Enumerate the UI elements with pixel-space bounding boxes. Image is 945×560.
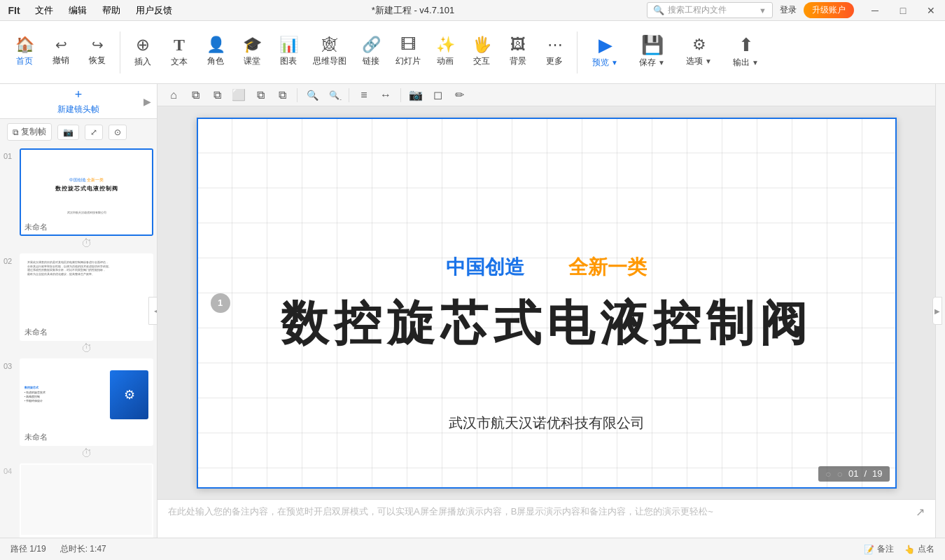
slide-thumb-2[interactable]: 开展此次调查的目的是对某地区的电液控制阀设备进行全面评估， 分析其运行效率和安全… xyxy=(20,253,153,341)
toolbar-role[interactable]: 👤 角色 xyxy=(198,28,233,77)
search-dropdown-icon[interactable]: ▼ xyxy=(759,6,766,15)
slide-thumb-4[interactable] xyxy=(20,463,153,538)
panel-collapse-button[interactable]: ◀ xyxy=(148,297,158,325)
title-bar: FIt 文件 编辑 帮助 用户反馈 *新建工程 - v4.7.101 🔍 搜索工… xyxy=(0,0,945,21)
zoom-in-btn[interactable]: 🔍 xyxy=(303,86,321,104)
slide-item-3: 03 数控旋芯式 • 先进的旋芯技术 • 高精度控制 • 节能环保设计 ⚙ xyxy=(4,358,153,446)
new-slide-expand-icon[interactable]: ▶ xyxy=(144,96,151,107)
status-notes[interactable]: 📝 备注 xyxy=(864,543,894,555)
toolbar-interact[interactable]: 🖐 交互 xyxy=(464,28,499,77)
canvas-frame-btn[interactable]: ⬜ xyxy=(230,86,248,104)
toolbar-chart-label: 图表 xyxy=(280,55,297,67)
copy-frame-button[interactable]: ⧉ 复制帧 xyxy=(7,123,52,141)
toolbar-slides[interactable]: 🎞 幻灯片 xyxy=(390,28,426,77)
toolbar-preview-label: 预览 xyxy=(592,57,609,69)
toolbar-slides-label: 幻灯片 xyxy=(396,55,421,67)
menu-feedback[interactable]: 用户反馈 xyxy=(129,1,179,20)
toolbar-preview[interactable]: ▶ 预览 ▼ xyxy=(582,28,628,77)
new-slide-button[interactable]: + 新建镜头帧 xyxy=(57,88,99,115)
canvas-select-btn[interactable]: ⧉ xyxy=(251,86,270,104)
toolbar-undo[interactable]: ↩ 撤销 xyxy=(43,28,78,77)
menu-edit[interactable]: 编辑 xyxy=(62,1,94,20)
canvas-tb-divider-1 xyxy=(297,88,298,102)
canvas-paste-btn[interactable]: ⧉ xyxy=(208,86,226,104)
slide-timer-icon-2: ⏱ xyxy=(81,342,92,354)
toolbar-animation[interactable]: ✨ 动画 xyxy=(428,28,463,77)
toolbar-mindmap[interactable]: 🕸 思维导图 xyxy=(307,28,352,77)
toolbar-more[interactable]: ⋯ 更多 xyxy=(537,28,572,77)
morph-button[interactable]: ⊙ xyxy=(108,125,127,140)
notes-placeholder-text[interactable]: 在此处输入您的备注内容，在预览时开启双屏模式，可以实现A屏全屏播放演示内容，B屏… xyxy=(168,505,916,518)
toolbar-redo[interactable]: ↪ 恢复 xyxy=(80,28,115,77)
toolbar-background[interactable]: 🖼 背景 xyxy=(500,28,536,77)
notes-label: 备注 xyxy=(877,543,894,555)
main-canvas[interactable]: 1 中国创造 全新一类 数控旋芯式电液控制阀 武汉市航天汉诺优科技有限公司 ○ … xyxy=(197,118,897,489)
animation-icon: ✨ xyxy=(436,37,455,52)
canvas-tb-divider-2 xyxy=(349,88,349,102)
slide-thumb-3[interactable]: 数控旋芯式 • 先进的旋芯技术 • 高精度控制 • 节能环保设计 ⚙ 未命名 xyxy=(20,358,153,446)
status-pointer[interactable]: 👆 点名 xyxy=(904,543,934,555)
maximize-button[interactable]: □ xyxy=(889,0,917,21)
canvas-distribute-btn[interactable]: ↔ xyxy=(377,86,395,104)
login-button[interactable]: 登录 xyxy=(773,3,804,18)
right-panel: ▶ xyxy=(935,84,945,538)
toolbar-home[interactable]: 🏠 首页 xyxy=(7,28,42,77)
camera-button[interactable]: 📷 xyxy=(57,125,79,140)
menu-help[interactable]: 帮助 xyxy=(95,1,127,20)
slide-number-1: 01 xyxy=(4,148,16,160)
notes-expand-icon[interactable]: ↗ xyxy=(916,505,925,519)
canvas-group-btn[interactable]: ⧉ xyxy=(273,86,291,104)
slide-label-4 xyxy=(21,535,152,538)
toolbar-save[interactable]: 💾 保存 ▼ xyxy=(629,28,675,77)
zoom-out-btn[interactable]: 🔍 - xyxy=(325,86,343,104)
slide-thumb-1[interactable]: 中国创造 全新一类 数控旋芯式电液控制阀 武汉市航天汉诺优科技有限公司 未命名 xyxy=(20,148,153,236)
canvas-edit-btn[interactable]: ✏ xyxy=(450,86,468,104)
slide-label-3: 未命名 xyxy=(21,430,152,444)
preview-icon: ▶ xyxy=(598,36,612,54)
canvas-rect-btn[interactable]: ◻ xyxy=(428,86,447,104)
slide-number-4: 04 xyxy=(4,463,16,475)
search-placeholder: 搜索工程内文件 xyxy=(668,4,727,16)
notes-area: 在此处输入您的备注内容，在预览时开启双屏模式，可以实现A屏全屏播放演示内容，B屏… xyxy=(158,499,935,538)
canvas-align-btn[interactable]: ≡ xyxy=(355,86,373,104)
slide-number-3: 03 xyxy=(4,358,16,370)
page-separator: / xyxy=(864,468,867,479)
toolbar-insert-label: 插入 xyxy=(134,56,151,68)
chart-icon: 📊 xyxy=(279,37,298,52)
subtitle-space xyxy=(537,256,556,278)
right-collapse-button[interactable]: ▶ xyxy=(932,297,942,325)
toolbar-text-label: 文本 xyxy=(171,56,188,68)
menu-bar: 文件 编辑 帮助 用户反馈 xyxy=(28,1,179,20)
subtitle-orange: 全新一类 xyxy=(568,256,647,278)
canvas-home-btn[interactable]: ⌂ xyxy=(164,86,183,104)
role-icon: 👤 xyxy=(206,37,225,52)
toolbar-insert[interactable]: ⊕ 插入 xyxy=(125,28,160,77)
toolbar-export-label: 输出 xyxy=(733,57,750,69)
toolbar-text[interactable]: T 文本 xyxy=(162,28,197,77)
toolbar-chart[interactable]: 📊 图表 xyxy=(271,28,306,77)
new-slide-header[interactable]: + 新建镜头帧 ▶ xyxy=(0,84,157,119)
slide-list: 01 中国创造 全新一类 数控旋芯式电液控制阀 武汉市航天汉诺优科技有限公司 未… xyxy=(0,145,157,538)
link-icon: 🔗 xyxy=(362,37,381,52)
canvas-copy-btn[interactable]: ⧉ xyxy=(186,86,204,104)
toolbar-export[interactable]: ⬆ 输出 ▼ xyxy=(723,28,769,77)
toolbar-classroom[interactable]: 🎓 课堂 xyxy=(234,28,270,77)
toolbar-classroom-label: 课堂 xyxy=(244,55,260,67)
toolbar-divider-1 xyxy=(120,31,120,74)
upgrade-button[interactable]: 升级账户 xyxy=(804,2,854,18)
toolbar-mindmap-label: 思维导图 xyxy=(313,55,346,67)
close-button[interactable]: ✕ xyxy=(917,0,945,21)
canvas-tb-divider-3 xyxy=(400,88,401,102)
search-bar[interactable]: 🔍 搜索工程内文件 ▼ xyxy=(647,2,773,18)
canvas-photo-btn[interactable]: 📷 xyxy=(407,86,425,104)
export-icon: ⬆ xyxy=(738,36,754,54)
slide-item-2: 02 开展此次调查的目的是对某地区的电液控制阀设备进行全面评估， 分析其运行效率… xyxy=(4,253,153,341)
status-bar: 路径 1/19 总时长: 1:47 📝 备注 👆 点名 xyxy=(0,538,945,560)
options-dropdown-icon: ▼ xyxy=(705,57,712,65)
toolbar-options[interactable]: ⚙ 选项 ▼ xyxy=(676,28,722,77)
menu-file[interactable]: 文件 xyxy=(28,1,60,20)
expand-button[interactable]: ⤢ xyxy=(85,125,103,140)
toolbar-link[interactable]: 🔗 链接 xyxy=(354,28,388,77)
toolbar-background-label: 背景 xyxy=(510,55,526,67)
minimize-button[interactable]: ─ xyxy=(861,0,889,21)
